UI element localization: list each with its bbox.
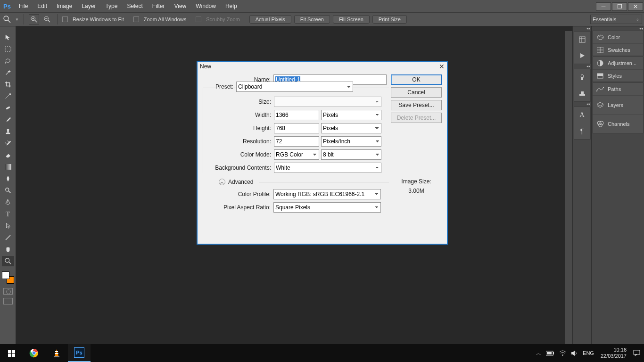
actions-panel-icon[interactable] bbox=[574, 48, 590, 64]
height-unit-select[interactable]: Pixels bbox=[321, 123, 381, 133]
svg-point-15 bbox=[7, 129, 9, 131]
panel-paths[interactable]: Paths bbox=[593, 83, 643, 95]
save-preset-button[interactable]: Save Preset... bbox=[391, 100, 442, 110]
menu-window[interactable]: Window bbox=[191, 0, 221, 12]
svg-point-21 bbox=[5, 258, 9, 263]
heal-tool-icon[interactable] bbox=[2, 103, 14, 113]
panel-swatches-label: Swatches bbox=[608, 47, 630, 53]
dodge-tool-icon[interactable] bbox=[2, 185, 14, 196]
advanced-toggle-icon[interactable]: ︽ bbox=[219, 179, 225, 185]
cancel-button[interactable]: Cancel bbox=[391, 87, 442, 98]
dropdown-arrow-icon[interactable]: ▼ bbox=[15, 17, 19, 22]
taskbar-photoshop-icon[interactable]: Ps bbox=[68, 344, 91, 362]
taskbar-vlc-icon[interactable] bbox=[45, 344, 68, 362]
svg-line-20 bbox=[6, 235, 10, 240]
tray-language[interactable]: ENG bbox=[583, 350, 594, 356]
path-select-tool-icon[interactable] bbox=[2, 221, 14, 231]
menu-image[interactable]: Image bbox=[52, 0, 77, 12]
menu-layer[interactable]: Layer bbox=[77, 0, 100, 12]
menu-type[interactable]: Type bbox=[100, 0, 122, 12]
history-brush-tool-icon[interactable] bbox=[2, 138, 14, 148]
menu-help[interactable]: Help bbox=[221, 0, 242, 12]
svg-rect-62 bbox=[634, 350, 640, 354]
height-input[interactable] bbox=[274, 123, 319, 133]
tray-clock[interactable]: 10:1622/03/2017 bbox=[599, 347, 628, 359]
gradient-tool-icon[interactable] bbox=[2, 162, 14, 172]
width-unit-select[interactable]: Pixels bbox=[321, 110, 381, 120]
marquee-tool-icon[interactable] bbox=[2, 44, 14, 54]
tray-volume-icon[interactable] bbox=[571, 350, 578, 356]
move-tool-icon[interactable] bbox=[2, 32, 14, 42]
panel-channels[interactable]: Channels bbox=[593, 114, 643, 133]
type-tool-icon[interactable]: T bbox=[2, 209, 14, 219]
zoom-all-checkbox[interactable] bbox=[133, 16, 139, 22]
clone-panel-icon[interactable] bbox=[574, 85, 590, 101]
tray-chevron-icon[interactable]: ︿ bbox=[536, 350, 541, 357]
window-close-button[interactable]: ✕ bbox=[628, 2, 643, 11]
panel-adjustments[interactable]: Adjustmen... bbox=[593, 57, 643, 69]
right-panel-dock: ◂◂ Color Swatches Adjustmen... Styles Pa… bbox=[591, 26, 644, 344]
fit-screen-button[interactable]: Fit Screen bbox=[294, 15, 330, 24]
history-panel-icon[interactable] bbox=[574, 32, 590, 48]
panel-layers[interactable]: Layers bbox=[593, 95, 643, 114]
taskbar-chrome-icon[interactable] bbox=[23, 344, 45, 362]
zoom-in-icon[interactable] bbox=[29, 14, 39, 25]
menu-select[interactable]: Select bbox=[122, 0, 147, 12]
color-profile-select[interactable]: Working RGB: sRGB IEC61966-2.1 bbox=[273, 189, 381, 199]
quickmask-icon[interactable] bbox=[3, 288, 13, 295]
zoom-tool-icon-slot[interactable] bbox=[2, 256, 14, 266]
color-mode-select[interactable]: RGB Color bbox=[274, 149, 319, 160]
pixel-aspect-select[interactable]: Square Pixels bbox=[273, 202, 381, 213]
eyedropper-tool-icon[interactable] bbox=[2, 91, 14, 101]
tray-battery-icon[interactable] bbox=[546, 351, 554, 356]
character-panel-icon[interactable]: A bbox=[574, 107, 590, 123]
tray-action-center-icon[interactable] bbox=[633, 350, 640, 356]
zoom-tool-icon[interactable] bbox=[2, 14, 12, 25]
blur-tool-icon[interactable] bbox=[2, 173, 14, 184]
panel-swatches[interactable]: Swatches bbox=[593, 43, 643, 56]
eraser-tool-icon[interactable] bbox=[2, 150, 14, 160]
menu-view[interactable]: View bbox=[169, 0, 191, 12]
window-minimize-button[interactable]: ─ bbox=[596, 2, 611, 11]
line-tool-icon[interactable] bbox=[2, 232, 14, 243]
canvas-scrollbar[interactable] bbox=[565, 31, 572, 344]
ok-button[interactable]: OK bbox=[391, 74, 442, 85]
brush-tool-icon[interactable] bbox=[2, 115, 14, 125]
color-swatches[interactable] bbox=[2, 272, 14, 284]
dialog-close-icon[interactable]: ✕ bbox=[439, 63, 445, 70]
start-button[interactable] bbox=[0, 344, 23, 362]
menu-edit[interactable]: Edit bbox=[33, 0, 52, 12]
screenmode-icon[interactable] bbox=[3, 298, 13, 304]
zoom-out-icon[interactable] bbox=[42, 14, 52, 25]
panel-styles[interactable]: Styles bbox=[593, 69, 643, 82]
svg-rect-29 bbox=[581, 91, 584, 94]
width-input[interactable] bbox=[274, 110, 319, 120]
crop-tool-icon[interactable] bbox=[2, 79, 14, 90]
brush-panel-icon[interactable] bbox=[574, 69, 590, 85]
panel-color[interactable]: Color bbox=[593, 31, 643, 43]
advanced-label: Advanced bbox=[228, 179, 253, 185]
lasso-tool-icon[interactable] bbox=[2, 56, 14, 66]
menu-filter[interactable]: Filter bbox=[148, 0, 170, 12]
svg-rect-9 bbox=[5, 47, 11, 51]
preset-label: Preset: bbox=[203, 83, 236, 90]
bg-contents-select[interactable]: White bbox=[274, 163, 381, 173]
tray-wifi-icon[interactable] bbox=[559, 350, 566, 356]
menu-file[interactable]: File bbox=[14, 0, 33, 12]
svg-rect-48 bbox=[8, 354, 11, 357]
stamp-tool-icon[interactable] bbox=[2, 126, 14, 137]
actual-pixels-button[interactable]: Actual Pixels bbox=[249, 15, 291, 24]
resolution-unit-select[interactable]: Pixels/Inch bbox=[321, 136, 381, 147]
paragraph-panel-icon[interactable]: ¶ bbox=[574, 123, 590, 139]
fill-screen-button[interactable]: Fill Screen bbox=[333, 15, 370, 24]
wand-tool-icon[interactable] bbox=[2, 67, 14, 78]
resolution-input[interactable] bbox=[274, 136, 319, 147]
workspace-dropdown[interactable]: Essentials bbox=[590, 15, 642, 24]
pen-tool-icon[interactable] bbox=[2, 197, 14, 207]
window-restore-button[interactable]: ❐ bbox=[612, 2, 627, 11]
hand-tool-icon[interactable] bbox=[2, 244, 14, 255]
bit-depth-select[interactable]: 8 bit bbox=[321, 149, 381, 160]
preset-select[interactable]: Clipboard bbox=[236, 82, 353, 92]
resize-windows-checkbox[interactable] bbox=[62, 16, 68, 22]
print-size-button[interactable]: Print Size bbox=[372, 15, 407, 24]
